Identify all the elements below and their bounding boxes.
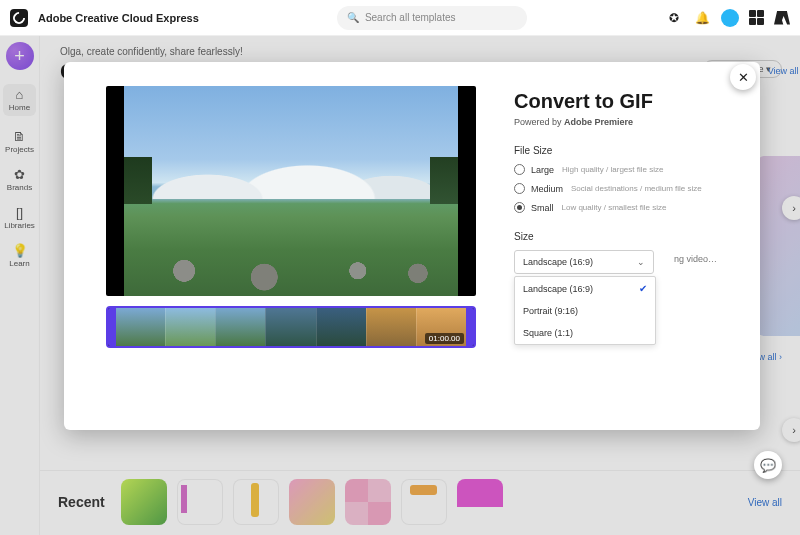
- timecode-label: 01:00.00: [425, 333, 464, 344]
- size-option-landscape[interactable]: Landscape (16:9) ✔: [515, 277, 655, 300]
- top-bar: Adobe Creative Cloud Express 🔍 Search al…: [0, 0, 800, 36]
- adobe-express-logo-icon: [10, 9, 28, 27]
- radio-icon: [514, 164, 525, 175]
- app-title: Adobe Creative Cloud Express: [38, 12, 199, 24]
- chat-button[interactable]: 💬: [754, 451, 782, 479]
- hint-text: ng video…: [674, 254, 717, 264]
- check-icon: ✔: [639, 283, 647, 294]
- modal-title: Convert to GIF: [514, 90, 736, 113]
- option-desc: Low quality / smallest file size: [562, 203, 667, 212]
- search-placeholder: Search all templates: [365, 12, 456, 23]
- timeline-frame: [116, 308, 165, 346]
- option-name: Medium: [531, 184, 563, 194]
- option-desc: High quality / largest file size: [562, 165, 663, 174]
- file-size-option-small[interactable]: Small Low quality / smallest file size: [514, 202, 736, 213]
- size-dropdown: Landscape (16:9) ✔ Portrait (9:16) Squar…: [514, 276, 656, 345]
- trim-handle-right[interactable]: [466, 308, 474, 346]
- size-option-portrait[interactable]: Portrait (9:16): [515, 300, 655, 322]
- search-input[interactable]: 🔍 Search all templates: [337, 6, 527, 30]
- size-label: Size: [514, 231, 736, 242]
- timeline-frame: [265, 308, 315, 346]
- option-name: Small: [531, 203, 554, 213]
- file-size-label: File Size: [514, 145, 736, 156]
- avatar[interactable]: [721, 9, 739, 27]
- timeline-frame: [165, 308, 215, 346]
- radio-icon: [514, 202, 525, 213]
- powered-by-label: Powered by Adobe Premiere: [514, 117, 736, 127]
- file-size-option-medium[interactable]: Medium Social destinations / medium file…: [514, 183, 736, 194]
- timeline-strip[interactable]: 01:00.00: [106, 306, 476, 348]
- adobe-logo-icon: [774, 11, 790, 25]
- size-select-value: Landscape (16:9): [523, 257, 593, 267]
- timeline-frame: [316, 308, 366, 346]
- trim-handle-left[interactable]: [108, 308, 116, 346]
- whats-new-icon[interactable]: ✪: [665, 9, 683, 27]
- chevron-down-icon: ⌄: [637, 257, 645, 267]
- file-size-option-large[interactable]: Large High quality / largest file size: [514, 164, 736, 175]
- option-name: Large: [531, 165, 554, 175]
- video-preview: [106, 86, 476, 296]
- convert-to-gif-modal: 01:00.00 Convert to GIF Powered by Adobe…: [64, 62, 760, 430]
- close-button[interactable]: ✕: [730, 64, 756, 90]
- size-select[interactable]: Landscape (16:9) ⌄ Landscape (16:9) ✔ Po…: [514, 250, 654, 274]
- app-switcher-icon[interactable]: [749, 10, 764, 25]
- radio-icon: [514, 183, 525, 194]
- timeline-frame: [366, 308, 416, 346]
- timeline-frame: [215, 308, 265, 346]
- notifications-icon[interactable]: 🔔: [693, 9, 711, 27]
- size-option-square[interactable]: Square (1:1): [515, 322, 655, 344]
- search-icon: 🔍: [347, 12, 359, 23]
- option-desc: Social destinations / medium file size: [571, 184, 702, 193]
